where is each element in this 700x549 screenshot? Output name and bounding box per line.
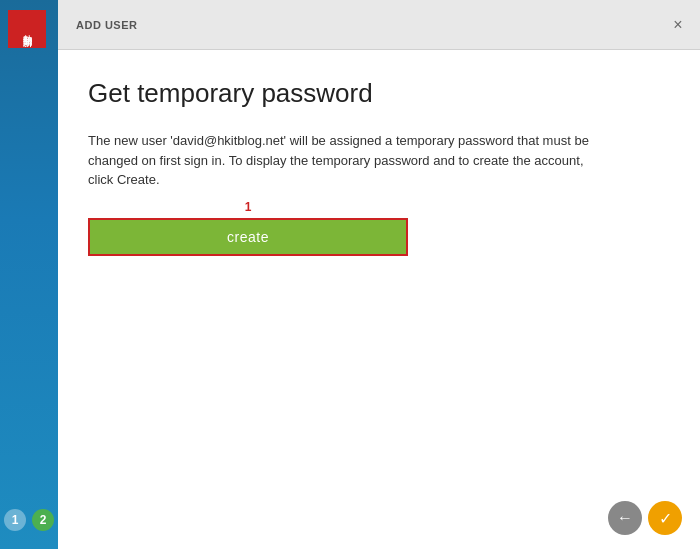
- sidebar: 熱新聞 1 2: [0, 0, 58, 549]
- description-text: The new user 'david@hkitblog.net' will b…: [88, 131, 608, 190]
- step-indicators: 1 2: [4, 509, 54, 531]
- create-section: 1 create: [88, 218, 670, 256]
- step-1-indicator: 1: [4, 509, 26, 531]
- logo: 熱新聞: [8, 10, 46, 48]
- topbar: ADD USER ×: [58, 0, 700, 50]
- back-icon: ←: [617, 509, 633, 527]
- back-button[interactable]: ←: [608, 501, 642, 535]
- logo-text: 熱新聞: [21, 28, 34, 31]
- page-content: Get temporary password The new user 'dav…: [58, 50, 700, 549]
- step-2-indicator: 2: [32, 509, 54, 531]
- create-button[interactable]: create: [88, 218, 408, 256]
- topbar-title: ADD USER: [76, 19, 137, 31]
- main-panel: ADD USER × Get temporary password The ne…: [58, 0, 700, 549]
- close-button[interactable]: ×: [668, 15, 688, 35]
- create-btn-wrapper: 1 create: [88, 218, 408, 256]
- page-title: Get temporary password: [88, 78, 670, 109]
- forward-button[interactable]: ✓: [648, 501, 682, 535]
- forward-icon: ✓: [659, 509, 672, 528]
- step-annotation: 1: [245, 200, 252, 214]
- bottom-navigation: ← ✓: [608, 501, 682, 535]
